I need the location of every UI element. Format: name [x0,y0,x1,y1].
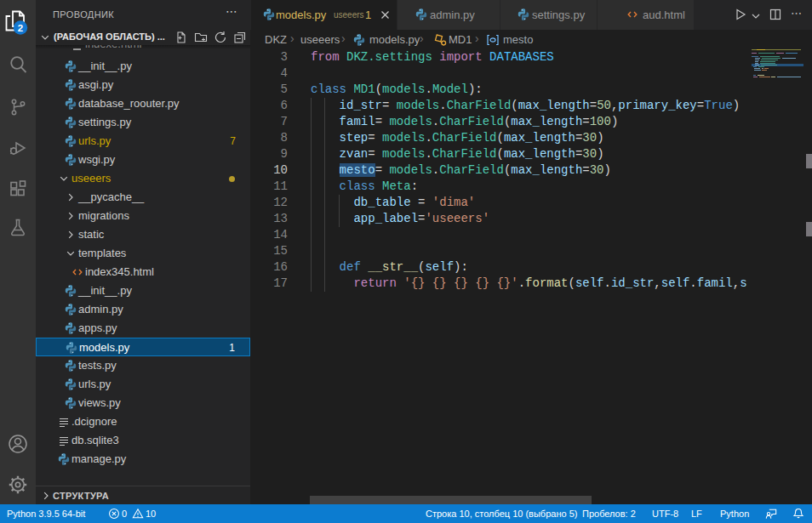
svg-text:2: 2 [18,23,23,33]
